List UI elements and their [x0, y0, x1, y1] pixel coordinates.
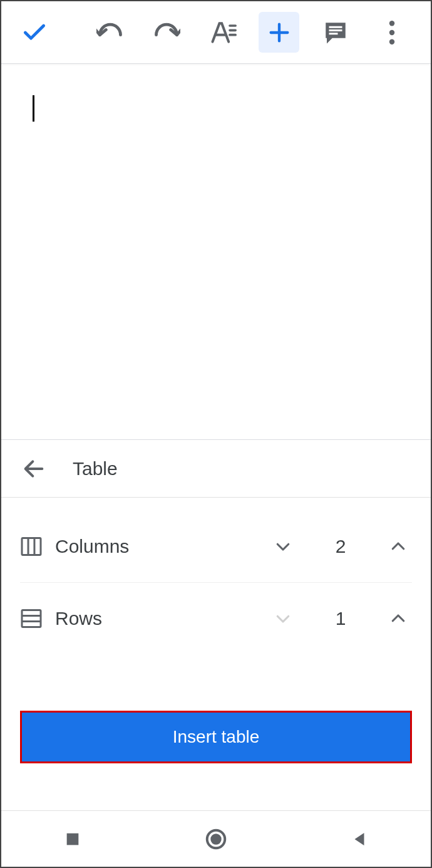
insert-table-wrap: Insert table [1, 711, 431, 763]
square-icon [64, 830, 81, 848]
nav-recent-button[interactable] [54, 820, 91, 858]
insert-table-label: Insert table [173, 727, 260, 747]
undo-button[interactable] [90, 12, 130, 53]
insert-table-button[interactable]: Insert table [20, 711, 412, 763]
triangle-left-icon [350, 830, 369, 849]
redo-icon [153, 22, 180, 43]
chevron-up-icon [389, 537, 408, 556]
table-config: Columns 2 Rows [1, 498, 431, 654]
insert-button[interactable] [259, 12, 299, 53]
svg-rect-5 [67, 833, 79, 845]
rows-value: 1 [328, 608, 353, 629]
columns-row: Columns 2 [20, 510, 412, 582]
svg-rect-4 [22, 610, 41, 627]
check-icon [21, 19, 48, 46]
done-button[interactable] [20, 12, 49, 53]
chevron-down-icon [274, 537, 292, 556]
rows-label: Rows [55, 608, 257, 629]
toolbar [1, 1, 431, 64]
rows-stepper: 1 [269, 605, 412, 632]
text-format-icon [209, 19, 237, 46]
svg-rect-3 [22, 538, 41, 555]
app-frame: Table Columns 2 [0, 0, 432, 868]
svg-point-7 [210, 834, 221, 844]
svg-point-1 [389, 29, 394, 34]
rows-icon [20, 607, 43, 630]
panel-header: Table [1, 440, 431, 498]
circle-icon [204, 827, 228, 851]
comment-button[interactable] [315, 12, 356, 53]
text-format-button[interactable] [202, 12, 243, 53]
nav-back-button[interactable] [341, 820, 378, 858]
panel-back-button[interactable] [20, 455, 48, 483]
rows-decrease-button[interactable] [269, 605, 297, 632]
svg-point-2 [389, 39, 394, 44]
rows-row: Rows 1 [20, 582, 412, 654]
undo-icon [96, 22, 124, 43]
document-canvas[interactable] [1, 64, 431, 440]
arrow-left-icon [21, 456, 46, 481]
columns-stepper: 2 [269, 533, 412, 560]
chevron-up-icon [389, 609, 408, 628]
columns-icon [20, 535, 43, 558]
android-navbar [1, 810, 431, 867]
columns-increase-button[interactable] [384, 533, 412, 560]
redo-button[interactable] [146, 12, 187, 53]
text-cursor [33, 95, 34, 122]
columns-label: Columns [55, 536, 257, 557]
nav-home-button[interactable] [197, 820, 235, 858]
more-vert-icon [383, 19, 401, 46]
svg-point-0 [389, 21, 394, 26]
columns-decrease-button[interactable] [269, 533, 297, 560]
rows-increase-button[interactable] [384, 605, 412, 632]
toolbar-group [90, 12, 412, 53]
comment-icon [322, 19, 349, 46]
columns-value: 2 [328, 536, 353, 557]
chevron-down-icon [274, 609, 292, 628]
more-button[interactable] [371, 12, 412, 53]
plus-icon [267, 20, 292, 45]
panel-title: Table [73, 458, 118, 479]
